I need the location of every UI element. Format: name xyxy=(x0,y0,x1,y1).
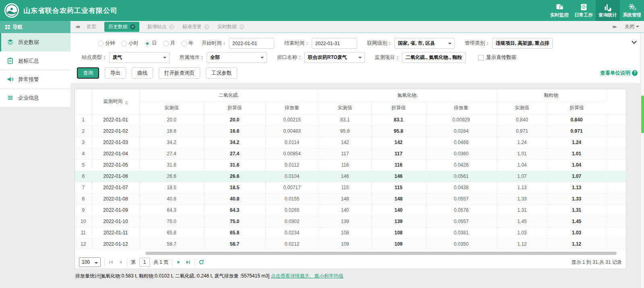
sidebar-item-exceed-summary[interactable]: 超标汇总 xyxy=(0,52,70,70)
detail-link[interactable]: 点击查看详情最大、最小和平均值 xyxy=(271,273,344,279)
value-cell: 1.12 xyxy=(497,238,547,250)
company-title: 山东省联合农药工业有限公司 xyxy=(23,6,118,15)
value-cell: 1.01 xyxy=(547,148,606,159)
refresh-button[interactable] xyxy=(199,259,204,265)
close-icon[interactable]: × xyxy=(204,24,209,29)
tab-bar: ◀◀ 首页 历史数据 × 新增站点 × 标准变更 × 实时数据 × ▶▶ xyxy=(70,21,644,33)
value-cell: 1.45 xyxy=(497,216,547,227)
close-icon[interactable]: × xyxy=(169,24,174,29)
radio-icon xyxy=(121,41,127,46)
last-page-icon xyxy=(186,260,191,265)
close-tabs-dropdown[interactable]: 关闭 xyxy=(625,23,639,30)
sort-icon[interactable] xyxy=(125,101,128,105)
table-row[interactable]: 32022-01-0334.234.20.01141421420.04661.2… xyxy=(75,137,626,148)
start-time-input[interactable]: 2022-01-01 xyxy=(229,38,274,49)
page-size-select[interactable]: 100 xyxy=(79,257,101,267)
padding-cell xyxy=(606,148,626,159)
period-radio-year[interactable]: 年 xyxy=(181,40,194,47)
sidebar-item-enterprise-info[interactable]: 企业信息 xyxy=(0,89,70,107)
value-cell: 0.0114 xyxy=(265,137,319,148)
close-icon[interactable]: × xyxy=(239,24,244,29)
radio-icon xyxy=(145,41,150,46)
sidebar-item-history-data[interactable]: 历史数据 xyxy=(0,33,70,52)
value-cell: 116 xyxy=(371,159,426,171)
monitor-items-select[interactable]: 二氧化硫., 氮氧化物., 颗粒 xyxy=(402,52,466,63)
table-row[interactable]: 122022-01-1258.758.70.02121091090.03501.… xyxy=(75,238,626,250)
monitor-time-col-header[interactable]: 监测时间 xyxy=(92,89,139,114)
next-page-button[interactable] xyxy=(176,259,182,265)
value-cell: 0.0466 xyxy=(426,137,497,148)
site-type-select[interactable]: 废气 xyxy=(109,52,170,63)
menu-daily-work[interactable]: 日常工作 xyxy=(572,0,596,21)
value-cell: 20.0 xyxy=(139,114,204,125)
query-button[interactable]: 查询 xyxy=(77,67,99,79)
value-cell: 139 xyxy=(319,216,371,227)
monitor-time-cell: 2022-01-05 xyxy=(92,159,139,171)
menu-realtime-monitor[interactable]: 实时监控 xyxy=(547,0,572,21)
outlet-select[interactable]: 联合农药RTO废气 xyxy=(304,52,365,63)
page-number-input[interactable]: 1 xyxy=(139,258,150,267)
tab-new-station[interactable]: 新增站点 × xyxy=(147,23,174,30)
table-row[interactable]: 92022-01-0964.364.30.02651401400.05761.3… xyxy=(75,205,626,216)
tab-home[interactable]: 首页 xyxy=(87,23,96,30)
manage-type-select[interactable]: 违规项目, 高架源, 重点排 xyxy=(492,38,553,49)
table-row[interactable]: 112022-01-1165.865.80.02341081080.03811.… xyxy=(75,227,626,238)
history-data-table: 监测时间 二氧化硫. 氮氧化物. 颗粒物 实测值 折算值 排放量 实测值 xyxy=(75,89,626,250)
scroll-tabs-left-icon[interactable]: ◀◀ xyxy=(75,25,79,29)
sidebar-item-abnormal-alarm[interactable]: 异常报警 xyxy=(0,70,70,89)
prev-page-icon xyxy=(118,260,123,265)
table-row[interactable]: 102022-01-1075.075.00.03021391390.05571.… xyxy=(75,216,626,227)
tab-realtime-data[interactable]: 实时数据 × xyxy=(217,23,244,30)
export-button[interactable]: 导出 xyxy=(105,67,126,79)
value-cell: 75.0 xyxy=(204,216,265,227)
last-page-button[interactable] xyxy=(185,259,191,265)
table-row[interactable]: 22022-01-0216.616.60.0048395.895.80.0284… xyxy=(75,125,626,137)
scroll-tabs-right-icon[interactable]: ▶▶ xyxy=(613,25,616,29)
chevron-down-icon xyxy=(636,26,639,29)
first-page-icon xyxy=(109,260,114,265)
value-cell: 0.840 xyxy=(497,114,547,125)
tab-standard-change[interactable]: 标准变更 × xyxy=(182,23,209,30)
period-radio-hour[interactable]: 小时 xyxy=(121,40,139,47)
period-radio-month[interactable]: 月 xyxy=(163,40,176,47)
tab-label: 历史数据 xyxy=(108,23,128,30)
close-icon[interactable]: × xyxy=(130,24,135,29)
value-cell: 1.31 xyxy=(547,205,606,216)
value-cell: 20.0 xyxy=(204,114,265,125)
table-row[interactable]: 62022-01-0626.626.60.01041461460.05611.0… xyxy=(75,171,626,182)
table-row[interactable]: 12022-01-0120.020.00.0021583.183.10.0092… xyxy=(75,114,626,125)
tab-history-data[interactable]: 历史数据 × xyxy=(104,22,139,32)
curve-button[interactable]: 曲线 xyxy=(132,67,153,79)
period-radio-day[interactable]: 日 xyxy=(145,40,157,47)
value-cell: 0.0104 xyxy=(265,171,319,182)
menu-query-stats[interactable]: 查询统计 xyxy=(596,0,620,21)
vertical-scrollbar-thumb[interactable] xyxy=(641,96,644,133)
value-cell: 0.0302 xyxy=(265,216,319,227)
table-row[interactable]: 82022-01-0840.840.80.01551481480.05571.3… xyxy=(75,193,626,205)
prev-page-button[interactable] xyxy=(118,259,123,265)
city-select[interactable]: 全部 xyxy=(207,52,267,63)
condition-params-button[interactable]: 工况参数 xyxy=(206,67,237,79)
end-time-input[interactable]: 2022-01-31 xyxy=(312,38,357,49)
monitor-time-cell: 2022-01-02 xyxy=(92,125,139,137)
horizontal-scrollbar-thumb[interactable] xyxy=(145,252,617,255)
direct-data-checkbox-wrap[interactable]: 显示直传数据 xyxy=(478,54,516,61)
first-page-button[interactable] xyxy=(108,259,114,265)
tab-label: 新增站点 xyxy=(147,23,167,30)
menu-system-manage[interactable]: 系统管理 xyxy=(620,0,644,21)
table-row[interactable]: 72022-01-0718.518.50.007171151150.04381.… xyxy=(75,182,626,193)
value-cell: 1.04 xyxy=(547,159,606,171)
chevron-down-icon xyxy=(459,57,462,60)
value-cell: 1.07 xyxy=(497,171,547,182)
unit-description-link[interactable]: 查看单位说明 ? xyxy=(600,70,638,77)
open-new-query-button[interactable]: 打开新查询页 xyxy=(159,67,200,79)
value-cell: 140 xyxy=(371,205,426,216)
table-row[interactable]: 42022-01-0427.427.40.008541171170.03601.… xyxy=(75,148,626,159)
table-row[interactable]: 52022-01-0531.631.60.01121161160.04261.0… xyxy=(75,159,626,171)
network-level-select[interactable]: 国家, 省, 市, 区县 xyxy=(394,38,455,49)
checkbox-icon[interactable] xyxy=(478,55,484,61)
value-cell: 1.24 xyxy=(547,137,606,148)
value-cell: 31.6 xyxy=(139,159,204,171)
period-radio-minute[interactable]: 分钟 xyxy=(98,40,115,47)
row-index: 4 xyxy=(75,148,92,159)
